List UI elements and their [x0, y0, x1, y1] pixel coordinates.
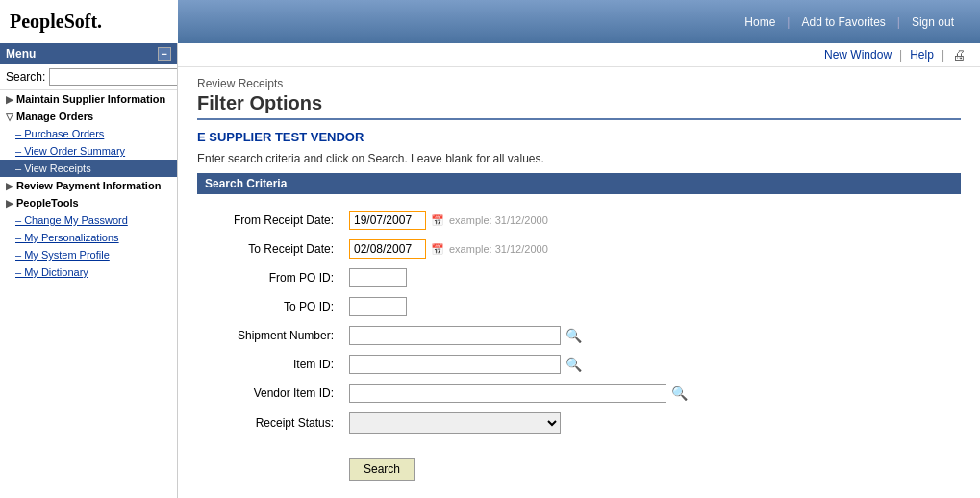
menu-label: Menu: [6, 47, 36, 61]
to-receipt-date-label: To Receipt Date:: [197, 235, 341, 263]
sidebar-item-manage-orders[interactable]: ▽ Manage Orders: [0, 108, 177, 125]
logo-area: PeopleSoft.: [0, 0, 178, 43]
sidebar-menu-header: Menu −: [0, 43, 177, 64]
sidebar-item-people-tools[interactable]: ▶ PeopleTools: [0, 194, 177, 212]
search-button[interactable]: Search: [349, 458, 415, 481]
receipt-status-row: Receipt Status: Open Closed Cancelled: [197, 408, 695, 438]
arrow-icon: ▶: [6, 181, 13, 191]
from-receipt-date-example: example: 31/12/2000: [449, 214, 548, 226]
item-id-cell: 🔍: [349, 355, 688, 374]
to-po-id-label: To PO ID:: [197, 292, 341, 321]
page-title: Filter Options: [197, 92, 961, 120]
new-window-link[interactable]: New Window: [824, 48, 892, 62]
item-id-search-icon[interactable]: 🔍: [565, 357, 582, 372]
receipt-status-label: Receipt Status:: [197, 408, 341, 438]
to-receipt-date-input[interactable]: [349, 239, 426, 259]
vendor-name: E SUPPLIER TEST VENDOR: [197, 130, 961, 144]
breadcrumb: Review Receipts: [197, 77, 961, 90]
arrow-icon: ▶: [6, 94, 13, 105]
print-icon[interactable]: 🖨: [952, 47, 966, 62]
to-receipt-date-calendar-icon[interactable]: 📅: [431, 243, 444, 256]
sign-out-link[interactable]: Sign out: [900, 15, 966, 29]
sidebar-item-my-system-profile[interactable]: – My System Profile: [0, 246, 177, 263]
home-link[interactable]: Home: [733, 15, 787, 29]
sidebar-item-view-receipts[interactable]: – View Receipts: [0, 160, 177, 177]
filter-form: From Receipt Date: 📅 example: 31/12/2000…: [197, 206, 695, 438]
sidebar-item-purchase-orders[interactable]: – Purchase Orders: [0, 125, 177, 142]
shipment-number-cell: 🔍: [349, 326, 688, 345]
from-receipt-date-cell: 📅 example: 31/12/2000: [349, 211, 688, 230]
to-receipt-date-cell: 📅 example: 31/12/2000: [349, 239, 688, 259]
shipment-number-row: Shipment Number: 🔍: [197, 321, 695, 350]
from-receipt-date-row: From Receipt Date: 📅 example: 31/12/2000: [197, 206, 695, 235]
shipment-number-input[interactable]: [349, 326, 561, 345]
search-label: Search:: [6, 70, 45, 84]
shipment-number-label: Shipment Number:: [197, 321, 341, 350]
content-body: Review Receipts Filter Options E SUPPLIE…: [178, 67, 980, 490]
search-criteria-header: Search Criteria: [197, 173, 961, 194]
sidebar-item-change-password[interactable]: – Change My Password: [0, 212, 177, 229]
item-id-row: Item ID: 🔍: [197, 350, 695, 379]
sidebar-item-my-personalizations[interactable]: – My Personalizations: [0, 229, 177, 246]
from-receipt-date-input[interactable]: [349, 211, 426, 230]
sidebar-search-row: Search: ≫: [0, 64, 177, 90]
from-receipt-date-calendar-icon[interactable]: 📅: [431, 214, 444, 227]
search-input[interactable]: [49, 68, 178, 86]
from-po-id-label: From PO ID:: [197, 263, 341, 292]
sidebar-item-my-dictionary[interactable]: – My Dictionary: [0, 263, 177, 281]
to-po-id-row: To PO ID:: [197, 292, 695, 321]
item-id-input[interactable]: [349, 355, 561, 374]
sidebar: Menu − Search: ≫ ▶ Maintain Supplier Inf…: [0, 43, 178, 498]
vendor-item-id-cell: 🔍: [349, 384, 688, 403]
sidebar-item-maintain-supplier[interactable]: ▶ Maintain Supplier Information: [0, 90, 177, 108]
vendor-item-id-input[interactable]: [349, 384, 666, 403]
arrow-icon: ▶: [6, 198, 13, 209]
logo: PeopleSoft.: [10, 11, 102, 33]
item-id-label: Item ID:: [197, 350, 341, 379]
main-layout: Menu − Search: ≫ ▶ Maintain Supplier Inf…: [0, 43, 980, 498]
help-link[interactable]: Help: [910, 48, 934, 62]
add-to-favorites-link[interactable]: Add to Favorites: [790, 15, 896, 29]
content-top-bar: New Window | Help | 🖨: [178, 43, 980, 67]
from-receipt-date-label: From Receipt Date:: [197, 206, 341, 235]
minimize-button[interactable]: −: [158, 47, 171, 61]
shipment-number-search-icon[interactable]: 🔍: [565, 328, 582, 343]
from-po-id-input[interactable]: [349, 268, 407, 287]
vendor-item-id-label: Vendor Item ID:: [197, 379, 341, 408]
to-receipt-date-row: To Receipt Date: 📅 example: 31/12/2000: [197, 235, 695, 263]
sidebar-item-review-payment[interactable]: ▶ Review Payment Information: [0, 177, 177, 194]
vendor-item-id-row: Vendor Item ID: 🔍: [197, 379, 695, 408]
search-button-row: Search: [197, 448, 961, 481]
sidebar-item-view-order-summary[interactable]: – View Order Summary: [0, 142, 177, 160]
to-po-id-input[interactable]: [349, 297, 407, 316]
top-nav-bar: Home | Add to Favorites | Sign out: [178, 0, 980, 43]
content-area: New Window | Help | 🖨 Review Receipts Fi…: [178, 43, 980, 498]
vendor-item-id-search-icon[interactable]: 🔍: [671, 386, 688, 401]
to-receipt-date-example: example: 31/12/2000: [449, 243, 548, 255]
receipt-status-select[interactable]: Open Closed Cancelled: [349, 412, 561, 434]
instruction-text: Enter search criteria and click on Searc…: [197, 152, 961, 165]
arrow-icon: ▽: [6, 112, 13, 122]
from-po-id-row: From PO ID:: [197, 263, 695, 292]
